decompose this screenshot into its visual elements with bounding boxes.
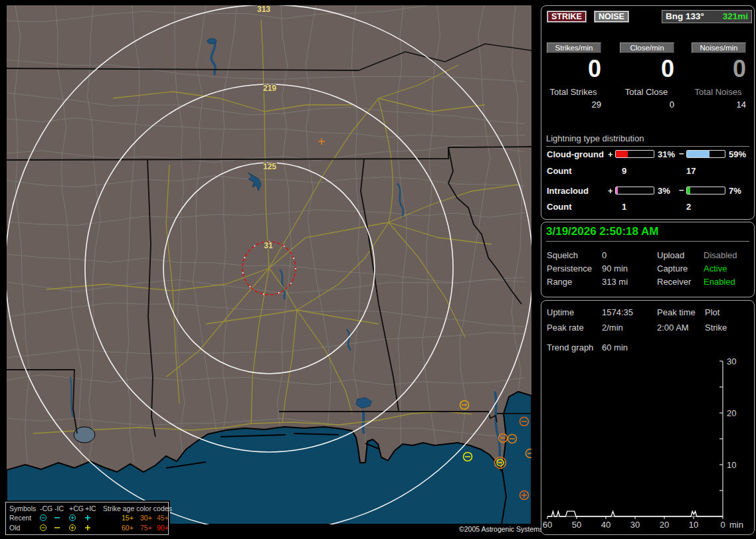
age-15: 15+ bbox=[122, 514, 134, 522]
cg-minus-count: 17 bbox=[686, 166, 696, 176]
squelch-label: Squelch bbox=[547, 250, 578, 260]
svg-text:20: 20 bbox=[727, 408, 736, 418]
ic-minus-count: 2 bbox=[686, 202, 691, 212]
cg-plus-count: 9 bbox=[622, 166, 626, 176]
total-strikes-value: 29 bbox=[547, 100, 601, 110]
cg-plus-bar bbox=[615, 150, 654, 158]
ic-count-label: Count bbox=[547, 202, 572, 212]
circled-minus-icon bbox=[39, 514, 48, 522]
plus-sign: + bbox=[608, 186, 613, 196]
chart-tick-labels: 1020306050403020100min bbox=[543, 356, 743, 530]
trend-graph-label: Trend graph bbox=[547, 343, 593, 352]
age-90: 90+ bbox=[157, 524, 169, 532]
lightning-map[interactable]: 313 219 125 31 bbox=[7, 5, 531, 524]
receiver-label: Receiver bbox=[657, 277, 691, 287]
peak-time-value: 2:00 AM bbox=[657, 323, 689, 333]
svg-text:20: 20 bbox=[660, 520, 669, 530]
ring-label-313: 313 bbox=[257, 5, 270, 14]
ic-plus-bar bbox=[615, 187, 654, 194]
noises-per-min-label[interactable]: Noises/min bbox=[692, 42, 746, 53]
age-45: 45+ bbox=[157, 514, 169, 522]
plot-mode-value: Strike bbox=[705, 323, 727, 333]
close-per-min-value: 0 bbox=[620, 56, 674, 82]
plus-sign: + bbox=[608, 149, 613, 159]
svg-text:10: 10 bbox=[689, 520, 698, 530]
close-per-min-label[interactable]: Close/min bbox=[620, 42, 674, 53]
trend-graph-chart: 1020306050403020100min bbox=[543, 354, 754, 530]
ic-plus-count: 1 bbox=[622, 202, 626, 212]
bearing-value: Bng 133° bbox=[666, 11, 704, 21]
distribution-title: Lightning type distribution bbox=[546, 133, 749, 147]
legend-col-ic-minus: -IC bbox=[54, 504, 64, 512]
bearing-readout: Bng 133° 321mi bbox=[662, 10, 752, 23]
apalachee-water bbox=[502, 392, 531, 524]
range-value: 313 mi bbox=[602, 277, 628, 287]
status-panel: 3/19/2026 2:50:18 AM Squelch 0 Upload Di… bbox=[541, 222, 755, 297]
upload-status: Disabled bbox=[704, 250, 737, 260]
minus-sign: − bbox=[679, 149, 684, 159]
ring-label-219: 219 bbox=[263, 84, 276, 93]
upload-label: Upload bbox=[657, 250, 684, 260]
bearing-distance: 321mi bbox=[723, 11, 748, 23]
capture-label: Capture bbox=[657, 264, 688, 273]
ic-plus-pct: 3% bbox=[658, 186, 670, 196]
strike-rate-series bbox=[547, 511, 723, 516]
strike-toggle-button[interactable]: STRIKE bbox=[547, 11, 587, 23]
trend-panel: Uptime 1574:35 Peak time Plot Peak rate … bbox=[541, 300, 755, 535]
circled-plus-icon bbox=[68, 514, 77, 522]
receiver-status: Enabled bbox=[704, 277, 735, 287]
uptime-label: Uptime bbox=[547, 307, 574, 317]
capture-status: Active bbox=[704, 264, 727, 273]
cg-minus-pct: 59% bbox=[729, 149, 746, 159]
peak-rate-label: Peak rate bbox=[547, 323, 584, 333]
total-close-label: Total Close bbox=[618, 87, 674, 97]
noise-toggle-button[interactable]: NOISE bbox=[594, 11, 629, 23]
app-window: 313 219 125 31 Symbols -CG -IC +CG +IC S… bbox=[0, 0, 756, 539]
legend-col-ic-plus: +IC bbox=[85, 504, 96, 512]
peak-time-label: Peak time bbox=[657, 307, 696, 317]
strikes-per-min-label[interactable]: Strikes/min bbox=[547, 42, 601, 53]
cg-count-label: Count bbox=[547, 166, 572, 176]
ring-label-125: 125 bbox=[263, 162, 276, 171]
plot-label: Plot bbox=[705, 307, 719, 317]
uptime-value: 1574:35 bbox=[602, 307, 633, 317]
noises-per-min-value: 0 bbox=[692, 56, 746, 82]
legend-age-title: Strike age color codes bbox=[103, 504, 172, 512]
legend-title: Symbols bbox=[9, 504, 36, 512]
svg-text:50: 50 bbox=[572, 520, 581, 530]
cloud-ground-label: Cloud-ground bbox=[547, 149, 604, 159]
legend-col-cg-minus: -CG bbox=[40, 504, 52, 512]
copyright-notice: ©2005 Astrogenic Systems bbox=[456, 524, 546, 535]
total-close-value: 0 bbox=[620, 100, 674, 110]
svg-text:60: 60 bbox=[543, 520, 552, 530]
squelch-value: 0 bbox=[602, 250, 607, 260]
ic-minus-pct: 7% bbox=[729, 186, 741, 196]
minus-icon bbox=[52, 524, 62, 532]
persistence-value: 90 min bbox=[602, 264, 628, 273]
cg-plus-pct: 31% bbox=[658, 149, 675, 159]
total-strikes-label: Total Strikes bbox=[545, 87, 601, 97]
ic-minus-bar bbox=[686, 187, 725, 194]
total-noises-label: Total Noises bbox=[690, 87, 746, 97]
chart-axes bbox=[547, 361, 723, 519]
map-legend: Symbols -CG -IC +CG +IC Strike age color… bbox=[5, 502, 169, 535]
svg-text:10: 10 bbox=[727, 460, 736, 470]
peak-rate-value: 2/min bbox=[602, 323, 623, 333]
ring-label-31: 31 bbox=[264, 241, 273, 250]
svg-text:40: 40 bbox=[601, 520, 611, 530]
strikes-per-min-value: 0 bbox=[547, 56, 601, 82]
age-75: 75+ bbox=[140, 524, 152, 532]
legend-col-cg-plus: +CG bbox=[69, 504, 84, 512]
total-noises-value: 14 bbox=[692, 100, 746, 110]
plus-icon bbox=[83, 524, 92, 532]
svg-text:30: 30 bbox=[727, 356, 736, 366]
minus-icon bbox=[52, 514, 62, 522]
svg-text:30: 30 bbox=[630, 520, 640, 530]
age-30: 30+ bbox=[140, 514, 152, 522]
intracloud-label: Intracloud bbox=[547, 186, 589, 196]
plus-icon bbox=[83, 514, 92, 522]
legend-old-label: Old bbox=[9, 524, 20, 532]
circled-minus-icon bbox=[39, 524, 48, 532]
persistence-label: Persistence bbox=[547, 264, 592, 273]
circled-plus-icon bbox=[68, 524, 77, 532]
